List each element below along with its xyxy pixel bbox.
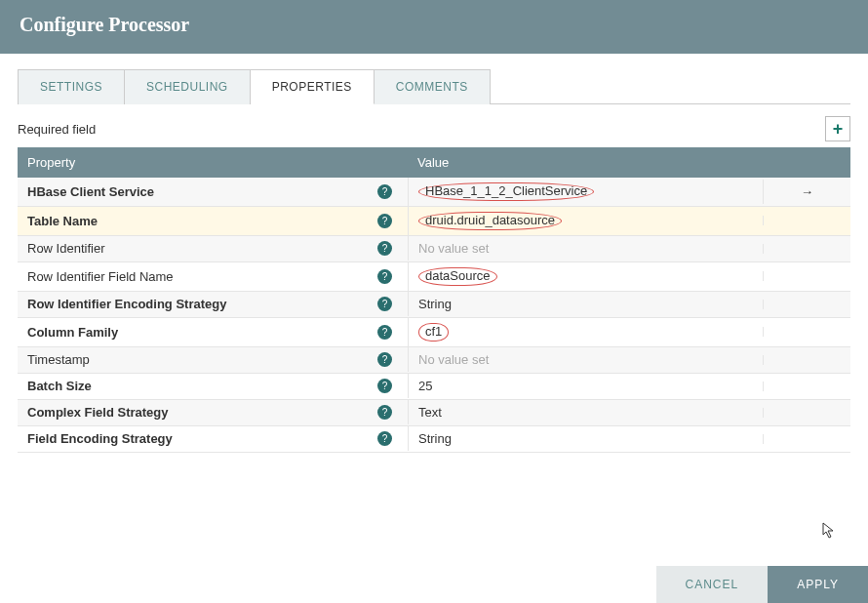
tab-scheduling[interactable]: SCHEDULING — [125, 69, 251, 104]
extra-cell — [763, 327, 850, 337]
extra-cell — [763, 382, 850, 391]
help-icon[interactable]: ? — [377, 269, 392, 284]
property-cell: Batch Size? — [18, 374, 408, 398]
tab-properties[interactable]: PROPERTIES — [251, 69, 375, 104]
property-cell: HBase Client Service? — [18, 180, 408, 204]
property-cell: Complex Field Strategy? — [18, 400, 408, 424]
property-cell: Row Identifier Encoding Strategy? — [18, 292, 408, 316]
table-row[interactable]: Row Identifier Field Name?dataSource — [18, 262, 850, 292]
help-icon[interactable]: ? — [377, 214, 392, 228]
help-icon[interactable]: ? — [377, 431, 392, 446]
help-icon[interactable]: ? — [377, 352, 392, 367]
property-cell: Field Encoding Strategy? — [18, 426, 408, 451]
help-icon[interactable]: ? — [377, 405, 392, 420]
column-header-property: Property — [18, 147, 408, 178]
table-header: Property Value — [18, 147, 850, 178]
table-body: HBase Client Service?HBase_1_1_2_ClientS… — [18, 178, 850, 453]
dialog-footer: CANCEL APPLY — [656, 566, 869, 603]
extra-cell — [763, 300, 850, 309]
table-row[interactable]: Table Name?druid.druid_datasource — [18, 207, 850, 236]
value-cell[interactable]: No value set — [408, 347, 763, 372]
help-icon[interactable]: ? — [377, 325, 392, 340]
value-cell[interactable]: No value set — [408, 236, 763, 261]
value-text: dataSource — [418, 267, 497, 286]
column-header-value: Value — [408, 147, 850, 178]
table-row[interactable]: Batch Size?25 — [18, 374, 850, 400]
value-text: cf1 — [418, 323, 449, 342]
apply-button[interactable]: APPLY — [768, 566, 868, 603]
property-name: Complex Field Strategy — [27, 405, 168, 420]
property-cell: Column Family? — [18, 320, 408, 344]
dialog-content: SETTINGSSCHEDULINGPROPERTIESCOMMENTS Req… — [0, 54, 868, 453]
property-name: Table Name — [27, 214, 98, 228]
add-property-button[interactable]: + — [825, 116, 850, 141]
extra-cell — [763, 408, 850, 418]
help-icon[interactable]: ? — [377, 297, 392, 311]
extra-cell — [763, 355, 850, 365]
property-cell: Timestamp? — [18, 347, 408, 372]
extra-cell — [763, 271, 850, 281]
cancel-button[interactable]: CANCEL — [656, 566, 769, 603]
help-icon[interactable]: ? — [377, 241, 392, 256]
extra-cell — [763, 434, 850, 444]
property-name: Row Identifier Field Name — [27, 269, 174, 284]
property-name: Row Identifier — [27, 241, 104, 256]
table-row[interactable]: Timestamp?No value set — [18, 347, 850, 374]
property-name: Field Encoding Strategy — [27, 431, 173, 446]
property-name: Batch Size — [27, 379, 92, 393]
table-row[interactable]: Field Encoding Strategy?String — [18, 426, 850, 453]
tab-settings[interactable]: SETTINGS — [18, 69, 125, 104]
tab-comments[interactable]: COMMENTS — [375, 69, 491, 104]
value-text: HBase_1_1_2_ClientService — [418, 182, 594, 201]
property-cell: Row Identifier Field Name? — [18, 264, 408, 289]
value-cell[interactable]: druid.druid_datasource — [408, 207, 763, 235]
value-cell[interactable]: 25 — [408, 374, 763, 398]
extra-cell — [763, 216, 850, 225]
table-row[interactable]: Column Family?cf1 — [18, 318, 850, 347]
property-cell: Row Identifier? — [18, 236, 408, 261]
extra-cell — [763, 244, 850, 254]
extra-cell[interactable]: → — [763, 180, 850, 204]
property-name: Row Identifier Encoding Strategy — [27, 297, 226, 311]
value-cell[interactable]: HBase_1_1_2_ClientService — [408, 178, 763, 206]
goto-arrow-icon[interactable]: → — [801, 184, 813, 199]
value-cell[interactable]: String — [408, 292, 763, 316]
value-text: druid.druid_datasource — [418, 212, 562, 230]
value-cell[interactable]: dataSource — [408, 262, 763, 291]
value-cell[interactable]: String — [408, 426, 763, 451]
help-icon[interactable]: ? — [377, 184, 392, 199]
required-field-label: Required field — [18, 122, 96, 137]
required-line: Required field + — [18, 116, 850, 141]
value-cell[interactable]: cf1 — [408, 318, 763, 346]
table-row[interactable]: Complex Field Strategy?Text — [18, 400, 850, 426]
property-name: Column Family — [27, 325, 118, 340]
tab-bar: SETTINGSSCHEDULINGPROPERTIESCOMMENTS — [18, 69, 850, 104]
help-icon[interactable]: ? — [377, 379, 392, 393]
dialog-header: Configure Processor — [0, 0, 868, 54]
dialog-title: Configure Processor — [20, 14, 848, 36]
table-row[interactable]: Row Identifier?No value set — [18, 236, 850, 262]
value-cell[interactable]: Text — [408, 400, 763, 424]
property-name: Timestamp — [27, 352, 90, 367]
table-row[interactable]: HBase Client Service?HBase_1_1_2_ClientS… — [18, 178, 850, 207]
cursor-icon — [821, 521, 837, 543]
property-name: HBase Client Service — [27, 184, 154, 199]
property-cell: Table Name? — [18, 209, 408, 233]
table-row[interactable]: Row Identifier Encoding Strategy?String — [18, 292, 850, 318]
